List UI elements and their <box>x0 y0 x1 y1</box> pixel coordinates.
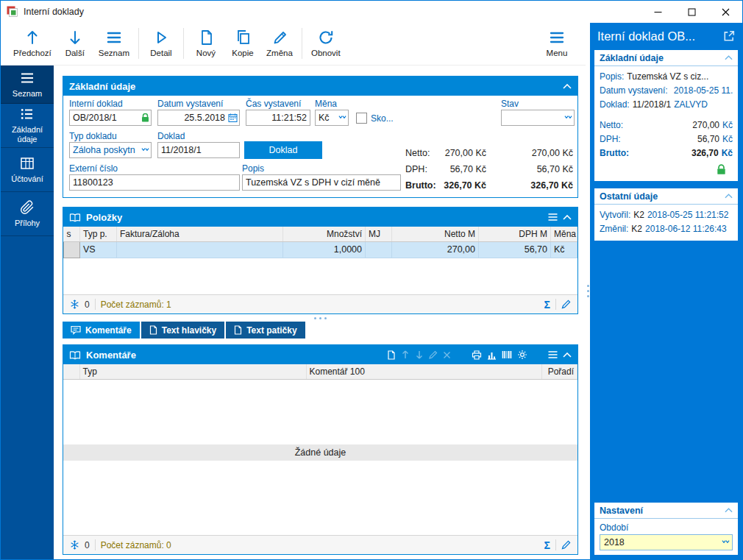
detail-arrow-icon <box>153 29 169 46</box>
collapse-chevron-icon[interactable] <box>563 84 572 89</box>
window-controls <box>641 1 742 23</box>
menu-button-label: Menu <box>547 49 568 57</box>
toolbar-button-zmena[interactable]: Změna <box>261 27 298 59</box>
app-icon <box>7 6 18 18</box>
amount-row: DPH:56,70Kč <box>600 132 733 146</box>
horizontal-splitter[interactable] <box>63 314 578 322</box>
toolbar-separator <box>183 28 184 59</box>
dropdown-icon[interactable] <box>722 540 730 545</box>
column-header[interactable]: Pořadí <box>541 364 577 379</box>
gear-icon[interactable] <box>517 350 527 360</box>
tab-text-paticky[interactable]: Text patičky <box>226 322 305 339</box>
sidebar-item-uctovani[interactable]: Účtování <box>1 148 54 192</box>
tab-text-hlavicky[interactable]: Text hlavičky <box>141 322 224 339</box>
comments-table-header-row: Typ Komentář 100 Pořadí <box>63 364 577 379</box>
collapse-chevron-icon[interactable] <box>725 508 733 513</box>
toolbar-button-label: Seznam <box>99 49 129 57</box>
book-icon <box>69 213 81 222</box>
comment-icon <box>71 325 81 335</box>
sum-icon[interactable]: Σ <box>544 300 550 310</box>
lock-icon <box>141 113 149 123</box>
detail-tabs: Komentáře Text hlavičky Text patičky <box>63 322 578 339</box>
snowflake-icon[interactable] <box>70 300 79 309</box>
title-bar: Interní doklady <box>1 1 742 23</box>
column-header[interactable]: Komentář 100 <box>306 364 541 379</box>
tab-komentare[interactable]: Komentáře <box>63 322 140 339</box>
collapse-chevron-icon[interactable] <box>725 194 733 199</box>
collapse-chevron-icon[interactable] <box>563 215 572 220</box>
column-header[interactable]: Faktura/Záloha <box>117 227 283 241</box>
skonto-checkbox[interactable] <box>356 113 367 124</box>
sidebar-item-label: Seznam <box>13 89 42 99</box>
cell-typ-p: VS <box>80 241 117 258</box>
hamburger-icon[interactable] <box>548 351 558 358</box>
collapse-chevron-icon[interactable] <box>725 55 733 60</box>
items-panel-header: Položky <box>63 208 577 227</box>
menu-button[interactable]: Menu <box>538 27 575 59</box>
dph-total-row: DPH: 56,70 Kč 56,70 Kč <box>63 164 577 179</box>
main-content: Základní údaje Interní doklad <box>54 65 586 559</box>
column-header[interactable]: Množství <box>283 227 366 241</box>
items-table-row[interactable]: VS 1,0000 270,00 56,70 Kč <box>64 241 577 258</box>
cas-vystaveni-input[interactable] <box>246 110 310 126</box>
stav-select[interactable] <box>501 110 575 126</box>
dropdown-icon[interactable] <box>338 116 346 121</box>
delete-record-icon[interactable] <box>443 351 451 359</box>
toolbar-button-novy[interactable]: Nový <box>188 27 224 59</box>
comments-panel-header: Komentáře <box>63 345 577 364</box>
hamburger-icon[interactable] <box>548 213 558 221</box>
info-row: Datum vystavení:2018-05-25 11... <box>600 84 733 98</box>
toolbar-button-dalsi[interactable]: Další <box>57 27 93 59</box>
toolbar-button-detail[interactable]: Detail <box>143 27 179 59</box>
toolbar-button-kopie[interactable]: Kopie <box>224 27 261 59</box>
column-header[interactable] <box>63 364 79 379</box>
calendar-icon[interactable] <box>228 113 238 123</box>
window-title: Interní doklady <box>24 7 84 17</box>
column-header[interactable]: DPH M <box>479 227 551 241</box>
toolbar-button-label: Předchozí <box>13 49 51 57</box>
sidebar-item-seznam[interactable]: Seznam <box>1 65 54 104</box>
printer-icon[interactable] <box>472 350 482 360</box>
edit-pencil-icon[interactable] <box>561 540 571 550</box>
dropdown-icon[interactable] <box>564 116 572 121</box>
move-up-icon[interactable] <box>401 350 410 359</box>
new-record-icon[interactable] <box>387 350 396 360</box>
hamburger-icon <box>20 71 35 85</box>
move-down-icon[interactable] <box>415 350 424 359</box>
total-label: Brutto: <box>405 180 436 191</box>
toolbar-button-seznam[interactable]: Seznam <box>93 27 135 59</box>
sidebar-item-prilohy[interactable]: Přílohy <box>1 192 54 236</box>
edit-pencil-icon[interactable] <box>561 300 571 309</box>
column-header[interactable]: Měna <box>551 227 577 241</box>
interni-doklad-input[interactable] <box>69 110 152 126</box>
open-in-new-icon[interactable] <box>722 29 736 43</box>
column-header[interactable]: s <box>64 227 80 241</box>
tab-label: Text hlavičky <box>162 325 216 336</box>
minimize-icon[interactable] <box>641 1 675 23</box>
close-icon[interactable] <box>708 1 742 23</box>
info-row: Změnil:K22018-06-12 11:26:43 <box>600 222 733 236</box>
snowflake-icon[interactable] <box>70 540 79 550</box>
form-icon <box>20 107 35 121</box>
maximize-icon[interactable] <box>675 1 708 23</box>
toolbar-button-predchozi[interactable]: Předchozí <box>8 27 57 59</box>
chart-icon[interactable] <box>487 350 497 360</box>
info-row: Doklad:11/2018/1ZALVYD <box>600 98 733 112</box>
cell-mnozstvi: 1,0000 <box>283 241 366 258</box>
document-icon <box>149 325 157 335</box>
edit-record-icon[interactable] <box>429 350 438 359</box>
sum-icon[interactable]: Σ <box>544 540 550 550</box>
column-header[interactable]: Netto M <box>392 227 479 241</box>
obdobi-select[interactable] <box>600 534 733 550</box>
brutto-total-row: Brutto: 326,70 Kč 326,70 Kč <box>63 180 577 195</box>
sidebar-item-zakladni-udaje[interactable]: Základní údaje <box>1 104 54 148</box>
collapse-chevron-icon[interactable] <box>563 352 572 358</box>
comments-table-body: Žádné údaje <box>63 380 577 536</box>
new-document-icon <box>198 29 214 46</box>
barcode-icon[interactable] <box>502 350 512 359</box>
column-header[interactable]: Typ p. <box>80 227 117 241</box>
tab-label: Text patičky <box>246 325 296 336</box>
column-header[interactable]: Typ <box>79 364 306 379</box>
column-header[interactable]: MJ <box>366 227 392 241</box>
toolbar-button-obnovit[interactable]: Obnovit <box>306 27 346 59</box>
